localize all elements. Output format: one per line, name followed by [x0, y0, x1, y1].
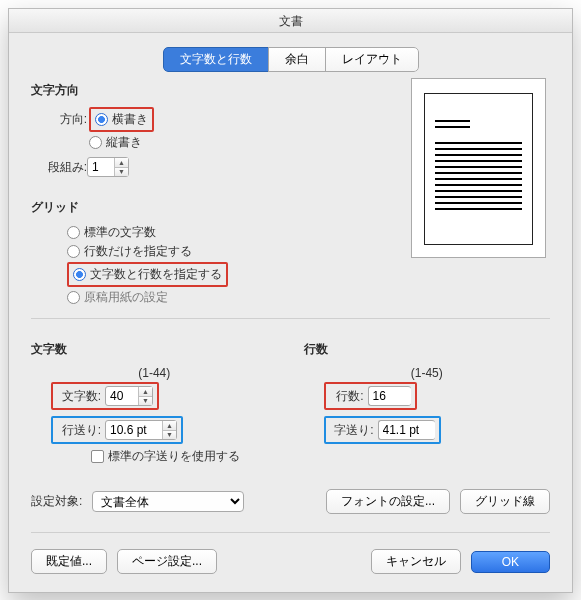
char-count-stepper[interactable]: ▲ ▼ — [105, 386, 153, 406]
gridlines-button[interactable]: グリッド線 — [460, 489, 550, 514]
radio-grid-1[interactable] — [67, 245, 80, 258]
char-count-label: 文字数: — [57, 388, 101, 405]
radio-grid-1-label: 行数だけを指定する — [84, 243, 192, 260]
char-pitch-up[interactable]: ▲ — [163, 421, 176, 430]
line-count-input[interactable] — [369, 387, 411, 405]
gridlines-button-label: グリッド線 — [475, 493, 535, 510]
columns-stepper[interactable]: ▲ ▼ — [87, 157, 129, 177]
line-count-label: 行数: — [330, 388, 364, 405]
section-char-title: 文字数 — [31, 341, 278, 358]
line-count-field[interactable] — [368, 386, 411, 406]
radio-grid-2-label: 文字数と行数を指定する — [90, 266, 222, 283]
apply-to-label: 設定対象: — [31, 493, 82, 510]
char-pitch-input[interactable] — [106, 421, 162, 439]
char-pitch-label: 行送り: — [57, 422, 101, 439]
radio-grid-2[interactable] — [73, 268, 86, 281]
char-count-up[interactable]: ▲ — [139, 387, 152, 396]
radio-grid-3[interactable] — [67, 291, 80, 304]
dialog-window: 文書 文字数と行数 余白 レイアウト 文字方向 方向: — [8, 8, 573, 593]
page-setup-button[interactable]: ページ設定... — [117, 549, 217, 574]
line-pitch-input[interactable] — [379, 421, 435, 439]
radio-grid-0[interactable] — [67, 226, 80, 239]
direction-label: 方向: — [43, 111, 87, 128]
columns-input[interactable] — [88, 158, 114, 176]
cancel-button[interactable]: キャンセル — [371, 549, 461, 574]
apply-to-select[interactable]: 文書全体 — [92, 491, 244, 512]
radio-horizontal[interactable] — [95, 113, 108, 126]
char-count-down[interactable]: ▼ — [139, 396, 152, 406]
defaults-button[interactable]: 既定値... — [31, 549, 107, 574]
tab-chars-lines[interactable]: 文字数と行数 — [163, 47, 269, 72]
tab-layout[interactable]: レイアウト — [325, 47, 419, 72]
char-pitch-down[interactable]: ▼ — [163, 430, 176, 440]
radio-grid-3-label: 原稿用紙の設定 — [84, 289, 168, 306]
columns-step-up[interactable]: ▲ — [115, 158, 128, 167]
radio-grid-0-label: 標準の文字数 — [84, 224, 156, 241]
ok-button[interactable]: OK — [471, 551, 550, 573]
char-count-input[interactable] — [106, 387, 138, 405]
use-default-pitch-label: 標準の字送りを使用する — [108, 448, 240, 465]
radio-horizontal-label: 横書き — [112, 111, 148, 128]
font-settings-button[interactable]: フォントの設定... — [326, 489, 450, 514]
char-range: (1-44) — [138, 366, 170, 380]
window-title: 文書 — [9, 9, 572, 33]
radio-vertical[interactable] — [89, 136, 102, 149]
section-line-title: 行数 — [304, 341, 551, 358]
line-pitch-label: 字送り: — [330, 422, 374, 439]
line-range: (1-45) — [411, 366, 443, 380]
use-default-pitch-checkbox[interactable] — [91, 450, 104, 463]
line-pitch-field[interactable] — [378, 420, 435, 440]
tab-bar: 文字数と行数 余白 レイアウト — [9, 47, 572, 72]
page-preview — [411, 78, 546, 258]
char-pitch-stepper[interactable]: ▲ ▼ — [105, 420, 177, 440]
columns-step-down[interactable]: ▼ — [115, 167, 128, 177]
columns-label: 段組み: — [43, 159, 87, 176]
radio-vertical-label: 縦書き — [106, 134, 142, 151]
tab-margins[interactable]: 余白 — [268, 47, 326, 72]
